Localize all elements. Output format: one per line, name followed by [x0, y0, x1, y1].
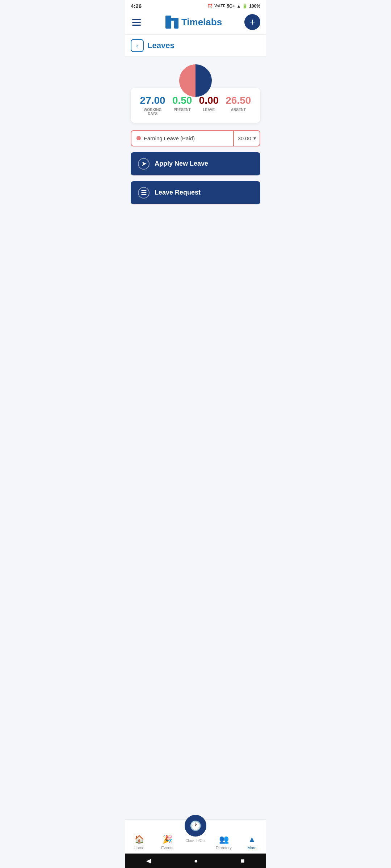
status-right-icons: ⏰ VoLTE 5G+ ▲ 🔋 100%	[207, 4, 260, 9]
pie-chart-container	[131, 63, 260, 99]
absent-label: ABSENT	[226, 108, 251, 112]
add-button[interactable]: +	[244, 14, 260, 30]
leave-type-text: Earning Leave (Paid)	[144, 135, 195, 141]
status-bar: 4:26 ⏰ VoLTE 5G+ ▲ 🔋 100%	[125, 0, 266, 10]
apply-leave-icon: ➤	[138, 158, 150, 170]
network-icon: VoLTE	[214, 4, 225, 8]
battery-percent: 100%	[249, 4, 260, 9]
leave-type-dropdown[interactable]: Earning Leave (Paid) 30.00 ▾	[131, 130, 260, 146]
logo-text: Timelabs	[181, 17, 222, 28]
status-time: 4:26	[131, 3, 142, 9]
page-title: Leaves	[147, 41, 175, 50]
apply-leave-label: Apply New Leave	[155, 160, 208, 167]
chevron-down-icon: ▾	[253, 135, 256, 141]
svg-rect-0	[165, 16, 171, 29]
leave-dot	[136, 136, 141, 140]
battery-icon: 🔋	[242, 4, 248, 9]
list-icon: ☰	[141, 189, 147, 197]
present-label: PRESENT	[172, 108, 192, 112]
signal-icon: 5G+	[227, 4, 235, 9]
hamburger-menu[interactable]	[131, 17, 142, 27]
leave-type-label-area: Earning Leave (Paid)	[131, 131, 233, 146]
svg-rect-2	[174, 18, 178, 29]
hamburger-line-1	[132, 19, 141, 20]
leave-request-icon: ☰	[138, 187, 150, 199]
hamburger-line-2	[132, 22, 141, 23]
leave-request-label: Leave Request	[155, 189, 201, 196]
app-header: Timelabs +	[125, 10, 266, 35]
leave-value-text: 30.00	[237, 135, 251, 141]
main-content: 27.00 WORKINGDAYS 0.50 PRESENT 0.00 LEAV…	[125, 57, 266, 261]
alarm-icon: ⏰	[207, 4, 213, 9]
back-button[interactable]: ‹	[131, 39, 144, 52]
leave-label: LEAVE	[199, 108, 219, 112]
page-title-bar: ‹ Leaves	[125, 35, 266, 57]
back-arrow-icon: ‹	[136, 42, 138, 50]
logo-icon	[165, 15, 179, 29]
apply-new-leave-button[interactable]: ➤ Apply New Leave	[131, 152, 260, 175]
plus-icon: +	[249, 17, 255, 27]
signal-bars: ▲	[236, 4, 241, 9]
working-days-label: WORKINGDAYS	[140, 108, 165, 116]
leave-request-button[interactable]: ☰ Leave Request	[131, 181, 260, 204]
leave-value-area[interactable]: 30.00 ▾	[233, 131, 260, 146]
pie-chart	[177, 63, 214, 99]
navigation-icon: ➤	[142, 160, 146, 167]
hamburger-line-3	[132, 25, 141, 26]
app-logo: Timelabs	[165, 15, 222, 29]
